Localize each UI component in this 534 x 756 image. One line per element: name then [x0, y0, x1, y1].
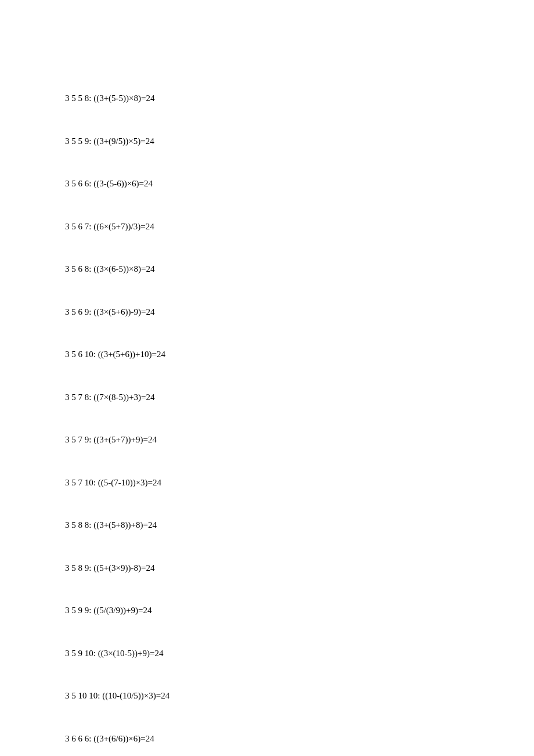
text-line: 3 5 5 9: ((3+(9/5))×5)=24: [65, 134, 499, 149]
text-line: 3 5 6 8: ((3×(6-5))×8)=24: [65, 262, 499, 276]
text-line: 3 5 8 9: ((5+(3×9))-8)=24: [65, 561, 499, 575]
text-line: 3 5 5 8: ((3+(5-5))×8)=24: [65, 91, 499, 106]
text-line: 3 5 6 6: ((3-(5-6))×6)=24: [65, 177, 499, 191]
text-line: 3 5 7 9: ((3+(5+7))+9)=24: [65, 433, 499, 447]
text-line: 3 5 6 7: ((6×(5+7))/3)=24: [65, 219, 499, 234]
text-line: 3 5 7 10: ((5-(7-10))×3)=24: [65, 476, 499, 490]
text-line: 3 5 9 10: ((3×(10-5))+9)=24: [65, 646, 499, 661]
text-line: 3 5 10 10: ((10-(10/5))×3)=24: [65, 689, 499, 703]
text-line: 3 5 6 9: ((3×(5+6))-9)=24: [65, 305, 499, 319]
text-line: 3 5 9 9: ((5/(3/9))+9)=24: [65, 603, 499, 618]
text-line: 3 5 6 10: ((3+(5+6))+10)=24: [65, 347, 499, 362]
text-line: 3 6 6 6: ((3+(6/6))×6)=24: [65, 732, 499, 746]
text-line: 3 5 7 8: ((7×(8-5))+3)=24: [65, 390, 499, 405]
document-body: 3 5 5 8: ((3+(5-5))×8)=24 3 5 5 9: ((3+(…: [0, 0, 534, 756]
text-line: 3 5 8 8: ((3+(5+8))+8)=24: [65, 518, 499, 532]
